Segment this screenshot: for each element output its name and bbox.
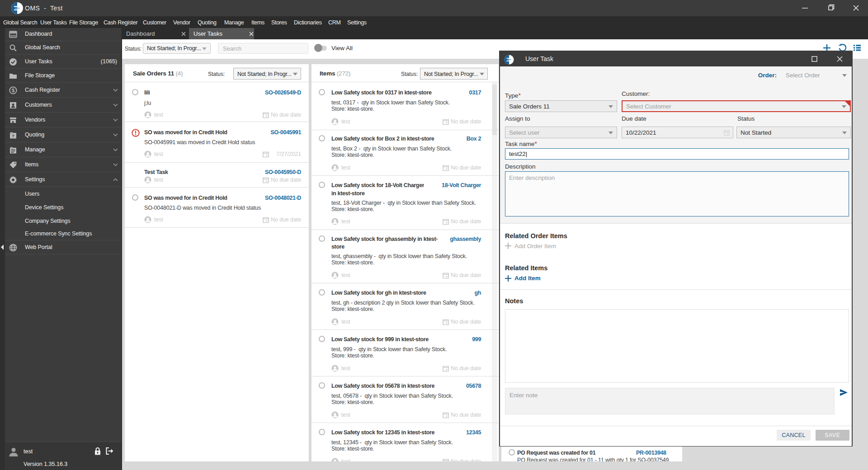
svg-text:$: $ bbox=[12, 88, 14, 93]
svg-text:?: ? bbox=[12, 133, 14, 138]
